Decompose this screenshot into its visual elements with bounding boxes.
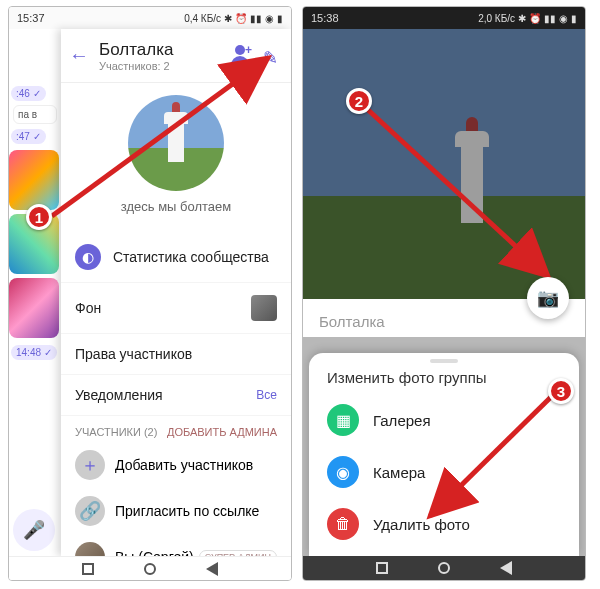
header-title-block: Болталка Участников: 2 [99,40,227,72]
back-button[interactable]: ← [67,44,91,68]
group-subtitle: Участников: 2 [99,60,227,72]
sheet-option-gallery[interactable]: ▦ Галерея [309,394,579,446]
row-community-stats[interactable]: ◐ Статистика сообщества [61,232,291,283]
row-notifications[interactable]: Уведомления Все [61,375,291,416]
row-member-rights[interactable]: Права участников [61,334,291,375]
phone-left-screen: 15:37 0,4 КБ/с ✱ ⏰ ▮▮ ◉ ▮ :46 ✓ па в :47… [8,6,292,581]
stats-icon: ◐ [75,244,101,270]
tower-icon [461,145,483,223]
status-bar: 15:37 0,4 КБ/с ✱ ⏰ ▮▮ ◉ ▮ [9,7,291,29]
annotation-badge-1: 1 [26,204,52,230]
battery-icon: ▮ [571,13,577,24]
tower-icon [168,122,184,162]
alarm-icon: ⏰ [529,13,541,24]
wifi-icon: ◉ [265,13,274,24]
annotation-badge-2: 2 [346,88,372,114]
row-label: Статистика сообщества [113,249,269,265]
plus-icon: + [245,43,252,57]
row-invite-link[interactable]: 🔗 Пригласить по ссылке [61,488,291,534]
msg-time: :46 ✓ [11,86,46,101]
status-time: 15:37 [17,12,45,24]
row-add-members[interactable]: ＋ Добавить участников [61,442,291,488]
trash-icon: 🗑 [327,508,359,540]
group-info-header: ← Болталка Участников: 2 + ✎ [61,29,291,83]
status-icons: 0,4 КБ/с ✱ ⏰ ▮▮ ◉ ▮ [184,13,283,24]
android-navbar [9,556,291,580]
signal-icon: ▮▮ [544,13,556,24]
background-thumb-icon [251,295,277,321]
notifications-value: Все [256,388,277,402]
msg-time: :47 ✓ [11,129,46,144]
chat-strip: :46 ✓ па в :47 ✓ 14:48 ✓ 🎤 [9,83,61,563]
annotation-badge-3: 3 [548,378,574,404]
members-count-label: УЧАСТНИКИ (2) [75,426,157,438]
status-time: 15:38 [311,12,339,24]
msg-snippet: па в [13,105,57,124]
nav-recent-button[interactable] [82,563,94,575]
add-admin-link[interactable]: ДОБАВИТЬ АДМИНА [167,426,277,438]
bluetooth-icon: ✱ [224,13,232,24]
option-label: Удалить фото [373,516,470,533]
plus-icon: ＋ [75,450,105,480]
row-member-you[interactable]: Вы (Сергей) СУПЕР-АДМИН [61,534,291,556]
group-caption: здесь мы болтаем [61,199,291,214]
alarm-icon: ⏰ [235,13,247,24]
sheet-option-delete[interactable]: 🗑 Удалить фото [309,498,579,550]
status-icons: 2,0 КБ/с ✱ ⏰ ▮▮ ◉ ▮ [478,13,577,24]
android-navbar [303,556,585,580]
sheet-option-camera[interactable]: ◉ Камера [309,446,579,498]
row-label: Уведомления [75,387,163,403]
option-label: Камера [373,464,425,481]
group-photo-full[interactable] [303,29,585,299]
group-title: Болталка [99,40,227,60]
change-photo-fab[interactable]: 📷 [527,277,569,319]
group-info-panel: ← Болталка Участников: 2 + ✎ здесь мы бо… [61,29,291,556]
add-member-button[interactable]: + [227,43,253,69]
sticker-icon [9,278,59,338]
members-section-header: УЧАСТНИКИ (2) ДОБАВИТЬ АДМИНА [61,416,291,442]
mic-icon: 🎤 [23,519,45,541]
nav-home-button[interactable] [144,563,156,575]
row-label: Фон [75,300,101,316]
wifi-icon: ◉ [559,13,568,24]
link-icon: 🔗 [75,496,105,526]
nav-home-button[interactable] [438,562,450,574]
row-label: Пригласить по ссылке [115,503,259,519]
battery-icon: ▮ [277,13,283,24]
edit-button[interactable]: ✎ [263,47,281,65]
option-label: Галерея [373,412,431,429]
nav-recent-button[interactable] [376,562,388,574]
avatar [75,542,105,556]
sticker-icon [9,150,59,210]
sheet-title: Изменить фото группы [309,365,579,394]
phone-right-screen: 15:38 2,0 КБ/с ✱ ⏰ ▮▮ ◉ ▮ 📷 Болталка Изм… [302,6,586,581]
row-label: Права участников [75,346,192,362]
bluetooth-icon: ✱ [518,13,526,24]
group-photo[interactable] [128,95,224,191]
row-background[interactable]: Фон [61,283,291,334]
camera-icon: ◉ [327,456,359,488]
status-speed: 0,4 КБ/с [184,13,221,24]
nav-back-button[interactable] [500,561,512,575]
change-photo-sheet: Изменить фото группы ▦ Галерея ◉ Камера … [309,353,579,556]
camera-icon: 📷 [537,287,559,309]
msg-time: 14:48 ✓ [11,345,57,360]
row-label: Добавить участников [115,457,253,473]
signal-icon: ▮▮ [250,13,262,24]
pencil-icon: ✎ [263,48,278,68]
nav-back-button[interactable] [206,562,218,576]
sheet-handle[interactable] [430,359,458,363]
gallery-icon: ▦ [327,404,359,436]
status-bar: 15:38 2,0 КБ/с ✱ ⏰ ▮▮ ◉ ▮ [303,7,585,29]
group-name-text: Болталка [319,313,385,330]
status-speed: 2,0 КБ/с [478,13,515,24]
member-name: Вы (Сергей) [115,549,194,556]
mic-button[interactable]: 🎤 [13,509,55,551]
